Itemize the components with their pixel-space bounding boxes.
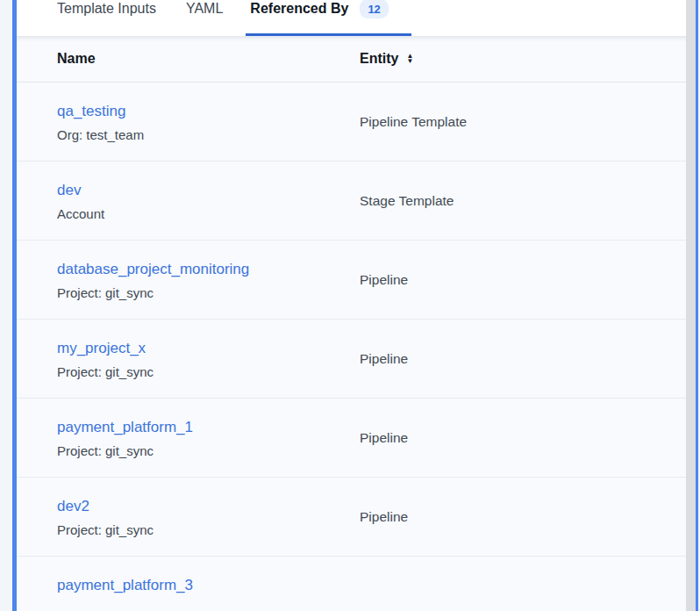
reference-link[interactable]: payment_platform_3 <box>57 576 193 594</box>
reference-link[interactable]: dev2 <box>57 497 89 515</box>
column-header-entity-label: Entity <box>360 51 398 67</box>
reference-link[interactable]: payment_platform_1 <box>57 418 193 436</box>
referenced-by-count-badge: 12 <box>360 0 388 18</box>
entity-cell: Pipeline <box>360 430 408 446</box>
page: Template Inputs YAML Referenced By 12 Na… <box>0 0 700 611</box>
table-row[interactable]: dev Account Stage Template <box>17 162 686 241</box>
table-row[interactable]: qa_testing Org: test_team Pipeline Templ… <box>17 83 686 162</box>
reference-scope: Project: git_sync <box>57 521 360 538</box>
references-panel: Template Inputs YAML Referenced By 12 Na… <box>12 0 698 611</box>
tab-referenced-by[interactable]: Referenced By 12 <box>246 0 411 36</box>
name-cell: payment_platform_1 Project: git_sync <box>57 399 360 477</box>
reference-link[interactable]: database_project_monitoring <box>57 260 249 278</box>
table-row[interactable]: payment_platform_1 Project: git_sync Pip… <box>17 399 686 478</box>
table-row[interactable]: dev2 Project: git_sync Pipeline <box>17 478 686 557</box>
tab-label: Template Inputs <box>57 0 156 18</box>
table-row[interactable]: database_project_monitoring Project: git… <box>17 241 686 320</box>
reference-link[interactable]: dev <box>57 181 81 199</box>
sort-down-arrow: ▼ <box>406 59 413 64</box>
tab-yaml[interactable]: YAML <box>186 0 223 36</box>
column-header-name: Name <box>57 51 360 67</box>
table-header-row: Name Entity ▲ ▼ <box>17 36 686 83</box>
entity-cell: Pipeline <box>360 272 408 288</box>
tab-label: YAML <box>186 0 223 18</box>
reference-link[interactable]: my_project_x <box>57 339 146 357</box>
reference-link[interactable]: qa_testing <box>57 102 125 120</box>
reference-scope: Project: git_sync <box>57 363 360 380</box>
entity-cell: Stage Template <box>360 193 454 209</box>
table-row[interactable]: payment_platform_3 <box>17 557 686 611</box>
name-cell: my_project_x Project: git_sync <box>57 320 360 398</box>
reference-scope: Project: git_sync <box>57 442 360 459</box>
entity-cell: Pipeline Template <box>360 114 467 130</box>
vertical-scrollbar[interactable] <box>686 0 696 611</box>
name-cell: qa_testing Org: test_team <box>57 83 360 161</box>
reference-scope: Project: git_sync <box>57 284 360 301</box>
entity-cell: Pipeline <box>360 509 408 525</box>
tab-label: Referenced By <box>250 0 348 18</box>
name-cell: payment_platform_3 <box>57 557 360 611</box>
column-header-entity[interactable]: Entity ▲ ▼ <box>360 51 413 67</box>
entity-cell: Pipeline <box>360 351 408 367</box>
sort-icon[interactable]: ▲ ▼ <box>406 54 413 64</box>
tab-bar: Template Inputs YAML Referenced By 12 <box>17 0 686 36</box>
reference-scope: Account <box>57 205 360 222</box>
referenced-by-table: Name Entity ▲ ▼ qa_testing Org: test_tea… <box>17 36 686 611</box>
reference-scope: Org: test_team <box>57 126 360 143</box>
table-row[interactable]: my_project_x Project: git_sync Pipeline <box>17 320 686 399</box>
name-cell: dev Account <box>57 162 360 240</box>
name-cell: database_project_monitoring Project: git… <box>57 241 360 319</box>
tab-template-inputs[interactable]: Template Inputs <box>57 0 156 36</box>
name-cell: dev2 Project: git_sync <box>57 478 360 556</box>
